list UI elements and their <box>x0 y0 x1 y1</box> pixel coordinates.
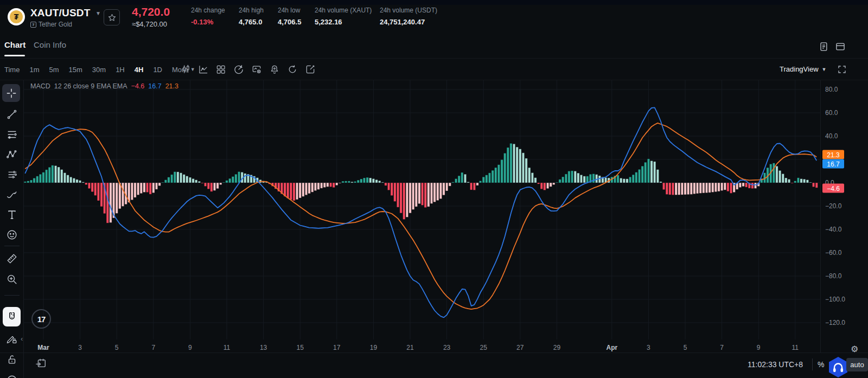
tradingview-dropdown[interactable]: TradingView ▼ <box>780 65 826 73</box>
macd-histogram-bar <box>204 183 206 187</box>
macd-histogram-bar <box>488 173 490 183</box>
gauge-icon[interactable] <box>233 64 244 75</box>
indicator-hist-value: −4.6 <box>131 82 145 90</box>
price-axis-tick: −40.0 <box>825 226 841 233</box>
percent-scale-button[interactable]: % <box>818 360 824 369</box>
macd-histogram-bar <box>696 183 698 194</box>
candles-icon[interactable] <box>181 64 192 75</box>
macd-histogram-bar <box>446 183 448 191</box>
time-axis-tick: 15 <box>297 344 304 351</box>
tool-brush[interactable] <box>4 187 20 203</box>
timeframe-1H[interactable]: 1H <box>116 66 125 74</box>
fullscreen-icon[interactable] <box>837 65 847 74</box>
chevron-down-icon: ▼ <box>822 67 827 72</box>
goto-date-icon[interactable] <box>35 357 47 369</box>
macd-histogram-bar <box>94 183 97 195</box>
macd-histogram-bar <box>192 178 194 183</box>
tool-text[interactable] <box>4 207 20 223</box>
macd-histogram-bar <box>336 183 338 185</box>
refresh-icon[interactable] <box>287 64 298 75</box>
pencil-lock-icon <box>6 333 18 345</box>
pair-title[interactable]: XAUT/USDT <box>30 7 91 19</box>
line-chart-icon[interactable] <box>198 64 209 75</box>
price-axis-tick: 60.0 <box>825 109 838 117</box>
macd-histogram-bar <box>730 183 732 193</box>
macd-histogram-bar <box>562 177 564 183</box>
tool-crosshair[interactable] <box>2 84 20 102</box>
auto-scale-button[interactable]: auto <box>846 358 868 371</box>
macd-histogram-bar <box>177 172 179 183</box>
tool-horizontal-lines[interactable] <box>4 126 20 143</box>
header-stat: 24h volume (XAUT)5,232.16 <box>315 7 372 26</box>
header: ₮ XAUT/USDT ▼ ₮ Tether Gold 4,720.0 ≈$4,… <box>0 5 868 34</box>
tab-chart[interactable]: Chart <box>4 40 25 56</box>
orderbook-doc-icon[interactable] <box>818 41 829 52</box>
tool-zoom-in[interactable] <box>4 271 20 287</box>
tab-coin-info[interactable]: Coin Info <box>34 40 66 49</box>
macd-histogram-bar <box>574 171 576 183</box>
macd-histogram-bar <box>623 179 625 183</box>
macd-histogram-bar <box>42 172 44 183</box>
tool-trend-line[interactable] <box>4 106 20 123</box>
tool-magnet[interactable] <box>3 307 21 326</box>
macd-histogram-bar <box>727 183 729 191</box>
timeframe-1D[interactable]: 1D <box>153 66 162 74</box>
collapse-sidebar-chevron[interactable]: ‹ <box>21 335 23 343</box>
coin-symbol: ₮ <box>10 10 23 23</box>
timeframe-30m[interactable]: 30m <box>92 66 106 74</box>
macd-histogram-bar <box>684 183 686 195</box>
timeframe-5m[interactable]: 5m <box>49 66 59 74</box>
macd-histogram-bar <box>647 159 649 183</box>
timeframe-items: 1m5m15m30m1H4H1D <box>29 66 162 74</box>
macd-histogram-bar <box>455 179 457 183</box>
macd-histogram-bar <box>666 183 668 195</box>
time-axis-tick: Apr <box>606 344 617 351</box>
macd-histogram-bar <box>327 183 329 187</box>
session-clock[interactable]: 11:02:33 UTC+8 <box>748 360 803 369</box>
macd-histogram-bar <box>556 182 558 183</box>
timeframe-1m[interactable]: 1m <box>29 66 39 74</box>
macd-histogram-bar <box>479 181 481 183</box>
macd-histogram-bar <box>553 183 555 185</box>
macd-histogram-bar <box>143 183 145 193</box>
macd-histogram-bar <box>794 181 796 183</box>
notes-icon[interactable] <box>305 64 316 75</box>
macd-histogram-bar <box>754 183 756 188</box>
indicator-legend[interactable]: MACD 12 26 close 9 EMA EMA −4.6 16.7 21.… <box>30 82 178 90</box>
alert-bell-icon[interactable] <box>269 64 280 75</box>
pair-subtitle: ₮ Tether Gold <box>30 21 72 28</box>
price-axis-tick: −80.0 <box>825 272 841 280</box>
macd-histogram-bar <box>513 144 515 183</box>
timeframe-group: Time 1m5m15m30m1H4H1D More ▼ <box>4 59 195 80</box>
screen-export-icon[interactable] <box>251 64 262 75</box>
pair-dropdown-caret-icon[interactable]: ▼ <box>95 10 101 16</box>
macd-histogram-bar <box>183 175 185 183</box>
drawing-toolbar <box>0 80 24 378</box>
macd-chart[interactable] <box>24 80 820 353</box>
header-stat: 24h change-0.13% <box>191 7 225 26</box>
macd-histogram-bar <box>381 182 384 183</box>
tradingview-logo[interactable]: 17 <box>31 309 51 329</box>
timeframe-4H[interactable]: 4H <box>135 66 144 74</box>
tool-forecast[interactable] <box>4 166 20 183</box>
macd-histogram-bar <box>134 183 136 197</box>
tool-ruler[interactable] <box>4 251 20 267</box>
macd-histogram-bar <box>461 172 463 183</box>
time-axis-tick: 3 <box>78 344 82 351</box>
macd-histogram-bar <box>492 170 494 183</box>
macd-histogram-bar <box>638 169 640 183</box>
grid-layout-icon[interactable] <box>215 64 226 75</box>
macd-histogram-bar <box>116 183 118 213</box>
tool-draw-lock[interactable] <box>4 331 20 347</box>
favorite-star-button[interactable] <box>104 9 120 25</box>
panel-layout-icon[interactable] <box>835 41 846 52</box>
timeframe-15m[interactable]: 15m <box>69 66 82 74</box>
stat-label: 24h volume (XAUT) <box>315 7 372 14</box>
tool-emoji[interactable] <box>4 227 20 243</box>
price-axis[interactable]: 80.060.040.00.0−20.0−40.0−60.0−80.0−100.… <box>820 80 868 353</box>
toolbar-divider <box>4 246 20 246</box>
chart-area[interactable]: MACD 12 26 close 9 EMA EMA −4.6 16.7 21.… <box>24 80 820 353</box>
tool-xabcd-pattern[interactable] <box>4 146 20 163</box>
macd-histogram-bar <box>146 183 148 193</box>
time-axis[interactable]: Mar357911131517192123252729Apr357911 <box>24 336 820 353</box>
